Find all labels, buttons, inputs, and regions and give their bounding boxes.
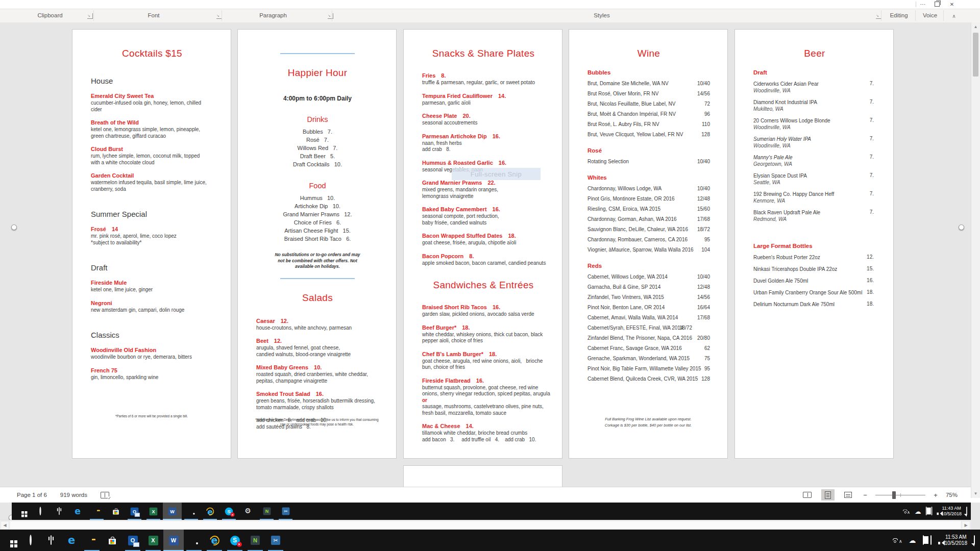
menu-item-name: Beet12. [256,338,379,344]
ribbon-group-voice[interactable]: Voice [923,12,937,18]
read-mode-button[interactable] [801,489,814,500]
wine-group-heading: Rosé [587,147,710,154]
battery-tray-button[interactable] [925,507,926,515]
battery-tray-button[interactable] [923,536,924,545]
ribbon-group-paragraph[interactable]: Paragraph [259,12,287,18]
cloud-tray-button[interactable]: ☁ [915,507,921,515]
notepad-taskbar-button[interactable]: N [257,503,276,520]
document-page-cocktails[interactable]: Cocktails $15HouseEmerald City Sweet Tea… [72,29,231,459]
close-window-button[interactable]: ✕ [946,0,958,8]
task-view-taskbar-button[interactable] [50,503,68,520]
scroll-right-arrow[interactable]: ▶ [962,521,970,530]
task-view-icon [51,536,52,545]
internet-explorer-taskbar-button[interactable]: e [201,503,219,520]
network-tray-button[interactable] [931,507,932,515]
zoom-slider[interactable] [875,495,925,495]
menu-item: Grand Marnier Prawns22.mixed greens, man… [422,180,545,199]
chrome-taskbar-button[interactable] [184,530,204,551]
scroll-up-arrow[interactable]: ▲ [971,22,980,31]
scroll-left-arrow[interactable]: ◀ [1,521,9,530]
zoom-percentage[interactable]: 75% [946,492,958,498]
start-taskbar-button[interactable] [0,530,20,551]
dialog-launcher-icon[interactable]: ↘ [328,13,333,19]
excel-taskbar-button[interactable]: X [144,503,163,520]
outlook-taskbar-button[interactable]: O [122,530,143,551]
zoom-out-button[interactable]: − [862,491,868,499]
scroll-down-arrow[interactable]: ▼ [971,489,980,498]
horizontal-scrollbar[interactable]: ◀ ▶ [0,520,971,530]
file-explorer-taskbar-button[interactable] [87,503,106,520]
ribbon-group-styles[interactable]: Styles [594,12,609,18]
vertical-scrollbar[interactable]: ▲ ▼ [971,22,980,498]
chevron-up-tray-button[interactable]: ∧ [899,536,902,545]
ribbon-display-options-button[interactable]: ⋯ [918,0,928,8]
wine-price: 16/64 [697,305,710,310]
menu-item: Breath of the Wildketel one, lemongrass … [91,119,213,139]
happy-hour-row: Braised Short Rib Taco 6. [256,235,379,243]
start-taskbar-button[interactable] [12,503,31,520]
store-taskbar-button[interactable] [102,530,122,551]
wine-name: Brut, Veuve Clicquot, Yellow Label, FR N… [587,132,683,137]
happy-hour-row: Draft Beer 5. [256,152,379,160]
cortana-taskbar-button[interactable] [31,503,50,520]
word-taskbar-button[interactable]: W [163,503,182,520]
chevron-up-tray-button[interactable]: ∧ [907,507,910,515]
taskbar-clock[interactable]: 11:53 AM10/5/2018 [945,534,968,546]
ribbon-group-clipboard[interactable]: Clipboard [37,12,62,18]
snip-taskbar-button[interactable]: ✂ [276,503,295,520]
edge-taskbar-button[interactable]: e [68,503,87,520]
cloud-tray-button[interactable]: ☁ [909,536,916,545]
horizontal-scroll-track[interactable] [10,521,961,529]
zoom-slider-thumb[interactable] [892,491,896,499]
ribbon-group-editing[interactable]: Editing [890,12,908,18]
taskbar-clock[interactable]: 11:43 AM10/5/2018 [941,506,962,517]
selection-handle-left[interactable] [11,224,17,230]
document-page-happier-hour[interactable]: Happier Hour4:00pm to 6:00pm DailyDrinks… [237,29,397,459]
action-center-button[interactable] [974,536,975,545]
selection-handle-right[interactable] [959,224,964,230]
network-tray-button[interactable] [930,536,932,545]
document-page-snacks[interactable]: Snacks & Share PlatesFries8.truffle & pa… [403,29,562,459]
file-explorer-taskbar-button[interactable] [82,530,102,551]
proofing-status-icon[interactable] [101,492,109,498]
notepad-taskbar-button[interactable]: N [245,530,265,551]
menu-item: Bacon Popcorn8.apple smoked bacon, bacon… [422,253,545,267]
chrome-taskbar-button[interactable] [182,503,201,520]
menu-item-name: Cheese Plate20. [422,113,545,119]
skype-taskbar-button[interactable]: S✕ [225,530,245,551]
beer-row: Rueben's Robust Porter 22oz12. [753,254,876,261]
edge-taskbar-button[interactable]: e [61,530,82,551]
restore-window-button[interactable] [932,0,942,8]
document-page-wine[interactable]: WineBubblesBrut, Domaine Ste Michelle, W… [569,29,728,459]
wine-name: Cabernet/Syrah, EFESTÉ, Final, WA 2014 [587,325,683,331]
print-layout-button[interactable] [821,489,835,500]
skype-taskbar-button[interactable]: S✕ [219,503,238,520]
settings-taskbar-button[interactable]: ⚙ [238,503,257,520]
wine-price: 17/68 [697,216,710,222]
wine-row: Cabernet, Amavi, Walla Walla, WA 201417/… [587,315,710,320]
action-center-button[interactable] [966,507,967,515]
excel-taskbar-button[interactable]: X [143,530,163,551]
beer-row: Delirium Nocturnum Dark Ale 750ml18. [753,301,876,308]
document-area[interactable]: Cocktails $15HouseEmerald City Sweet Tea… [0,22,971,503]
document-page-beer[interactable]: BeerDraftCiderworks Cider Asian PearWood… [734,29,894,459]
word-taskbar-button[interactable]: W [163,530,184,551]
ribbon-group-font[interactable]: Font [148,12,159,18]
web-layout-button[interactable] [842,489,855,500]
beer-name: Elysian Space Dust IPA [753,172,876,179]
menu-item-desc: cucumber-infused oola gin, honey, lemon,… [91,100,213,107]
internet-explorer-taskbar-button[interactable]: e [204,530,225,551]
task-view-taskbar-button[interactable] [41,530,61,551]
page-indicator[interactable]: Page 1 of 6 [17,492,47,498]
cortana-taskbar-button[interactable] [20,530,41,551]
collapse-ribbon-button[interactable]: ∧ [949,11,959,20]
snip-taskbar-button[interactable]: ✂ [265,530,286,551]
zoom-in-button[interactable]: + [933,491,939,499]
store-taskbar-button[interactable] [106,503,125,520]
happy-hour-row: Hummus 10. [256,194,379,202]
word-count[interactable]: 919 words [60,492,87,498]
vertical-scroll-thumb[interactable] [973,33,978,77]
dialog-launcher-icon[interactable]: ↘ [87,13,93,19]
outlook-icon: O [128,536,138,545]
outlook-taskbar-button[interactable]: O [125,503,144,520]
